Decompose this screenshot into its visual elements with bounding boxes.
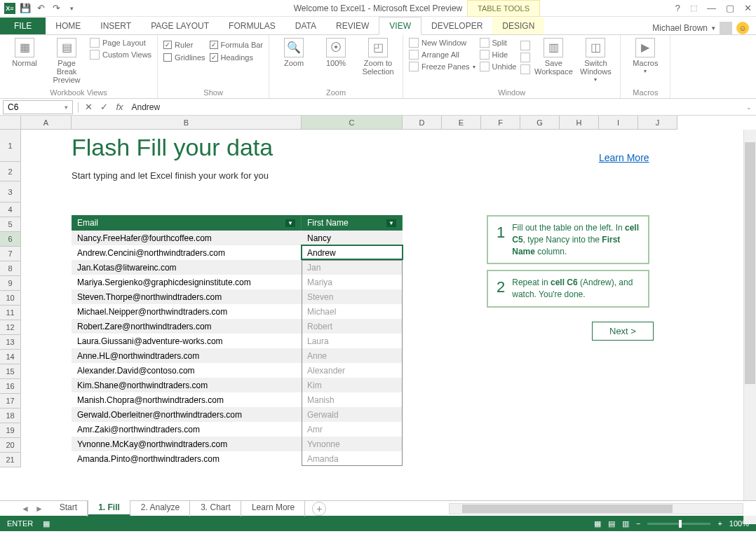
row-header-12[interactable]: 12 [0,320,21,335]
normal-view-button[interactable]: ▦Normal [6,38,43,67]
tab-file[interactable]: FILE [0,18,46,34]
cell-first-name[interactable]: Robert [302,319,403,334]
cell-email[interactable]: Anne.HL@northwindtraders.com [72,348,302,363]
split-button[interactable]: Split [480,38,517,48]
column-header-J[interactable]: J [638,116,677,130]
cell-email[interactable]: Robert.Zare@northwindtraders.com [72,319,302,334]
column-header-G[interactable]: G [520,116,560,130]
table-row[interactable]: Michael.Neipper@northwindtraders.comMich… [72,304,403,319]
row-header-10[interactable]: 10 [0,291,21,306]
table-row[interactable]: Amr.Zaki@northwindtraders.comAmr [72,422,403,437]
row-header-6[interactable]: 6 [0,232,21,247]
freeze-panes-button[interactable]: Freeze Panes ▾ [409,62,475,71]
tab-view[interactable]: VIEW [379,17,421,35]
table-row[interactable]: Alexander.David@contoso.comAlexander [72,363,403,378]
sheet-tab[interactable]: 3. Chart [190,500,241,516]
row-header-4[interactable]: 4 [0,203,21,217]
learn-more-link[interactable]: Learn More [599,152,649,163]
zoom-slider[interactable] [647,523,710,525]
sheet-tab[interactable]: Learn More [241,500,305,516]
table-row[interactable]: Laura.Giussani@adventure-works.comLaura [72,334,403,348]
ruler-checkbox[interactable]: ✓Ruler [163,41,205,49]
formula-input[interactable]: Andrew [128,102,747,112]
row-header-9[interactable]: 9 [0,276,21,291]
row-header-7[interactable]: 7 [0,247,21,261]
sheet-nav-next-icon[interactable]: ► [35,504,43,514]
cell-email[interactable]: Alexander.David@contoso.com [72,363,302,378]
table-row[interactable]: Robert.Zare@northwindtraders.comRobert [72,319,403,334]
tab-insert[interactable]: INSERT [90,18,141,34]
cell-first-name[interactable]: Anne [302,348,403,363]
row-header-21[interactable]: 21 [0,453,21,467]
confirm-edit-icon[interactable]: ✓ [97,102,112,112]
cell-email[interactable]: Michael.Neipper@northwindtraders.com [72,304,302,319]
qat-dropdown-icon[interactable]: ▾ [66,3,77,14]
filter-dropdown-icon[interactable]: ▼ [285,219,295,227]
row-header-3[interactable]: 3 [0,181,21,203]
macros-button[interactable]: ▶Macros▾ [626,38,664,75]
sheet-nav-prev-icon[interactable]: ◄ [21,504,29,514]
row-header-2[interactable]: 2 [0,162,21,181]
zoom-selection-button[interactable]: ◰Zoom to Selection [359,38,397,76]
page-layout-button[interactable]: Page Layout [90,38,151,48]
cell-email[interactable]: Kim.Shane@northwindtraders.com [72,378,302,392]
sync-scroll-button[interactable] [520,53,530,62]
cell-first-name[interactable]: Mariya [302,275,403,289]
cell-first-name[interactable]: Kim [302,378,403,392]
row-header-5[interactable]: 5 [0,217,21,232]
table-row[interactable]: Yvnonne.McKay@northwindtraders.comYvnonn… [72,437,403,451]
cell-email[interactable]: Steven.Thorpe@northwindtraders.com [72,289,302,304]
cell-email[interactable]: Laura.Giussani@adventure-works.com [72,334,302,348]
tab-review[interactable]: REVIEW [326,18,379,34]
arrange-all-button[interactable]: Arrange All [409,50,475,60]
table-row[interactable]: Steven.Thorpe@northwindtraders.comSteven [72,289,403,304]
cell-email[interactable]: Jan.Kotas@litwareinc.com [72,260,302,275]
cell-email[interactable]: Gerwald.Oberleitner@northwindtraders.com [72,407,302,422]
cell-email[interactable]: Nancy.FreeHafer@fourthcoffee.com [72,231,302,245]
feedback-smiley-icon[interactable]: ☺ [736,22,749,34]
cell-first-name[interactable]: Gerwald [302,407,403,422]
table-row[interactable]: Manish.Chopra@northwindtraders.comManish [72,392,403,407]
page-break-preview-button[interactable]: ▤Page Break Preview [48,38,86,84]
zoom-button[interactable]: 🔍Zoom [275,38,313,67]
cell-first-name[interactable]: Amanda [302,451,403,466]
column-header-A[interactable]: A [21,116,72,130]
filter-dropdown-icon[interactable]: ▼ [386,219,396,227]
fx-icon[interactable]: fx [112,102,128,112]
cancel-edit-icon[interactable]: ✕ [81,102,97,112]
ribbon-options-icon[interactable]: ⬚ [690,4,697,13]
tab-home[interactable]: HOME [46,18,90,34]
minimize-icon[interactable]: — [707,3,716,13]
sheet-tab[interactable]: 2. Analyze [130,500,190,516]
row-header-17[interactable]: 17 [0,394,21,409]
table-row[interactable]: Jan.Kotas@litwareinc.comJan [72,260,403,275]
save-workspace-button[interactable]: ▥Save Workspace [534,38,572,76]
name-box[interactable]: C6▾ [3,100,73,114]
user-name[interactable]: Michael Brown [652,23,708,33]
close-icon[interactable]: ✕ [744,3,752,13]
cell-first-name[interactable]: Michael [302,304,403,319]
cell-first-name[interactable]: Laura [302,334,403,348]
headings-checkbox[interactable]: ✓Headings [210,53,264,62]
switch-windows-button[interactable]: ◫Switch Windows▾ [576,38,614,83]
column-header-B[interactable]: B [72,116,302,130]
sheet-tab[interactable]: Start [49,500,88,516]
next-button[interactable]: Next > [592,322,654,341]
column-header-E[interactable]: E [442,116,481,130]
column-header-H[interactable]: H [560,116,599,130]
table-row[interactable]: Andrew.Cencini@northwindtraders.comAndre… [72,245,403,260]
cell-email[interactable]: Manish.Chopra@northwindtraders.com [72,392,302,407]
row-header-15[interactable]: 15 [0,364,21,379]
table-row[interactable]: Kim.Shane@northwindtraders.comKim [72,378,403,392]
redo-icon[interactable]: ↷ [50,3,62,14]
cell-first-name[interactable]: Amr [302,422,403,437]
formula-bar-checkbox[interactable]: ✓Formula Bar [210,41,264,49]
cell-first-name[interactable]: Andrew [302,245,403,260]
new-window-button[interactable]: New Window [409,38,475,48]
cell-email[interactable]: Amanda.Pinto@northwindtraders.com [72,451,302,466]
custom-views-button[interactable]: Custom Views [90,50,151,60]
column-header-C[interactable]: C [302,116,403,130]
sheet-tab[interactable]: 1. Fill [88,500,130,516]
reset-window-button[interactable] [520,64,530,74]
macro-record-icon[interactable]: ▦ [43,519,50,528]
